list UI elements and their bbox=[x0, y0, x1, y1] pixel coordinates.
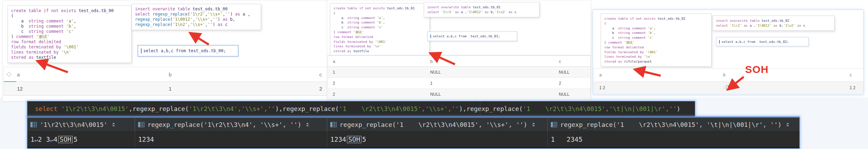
column-grid-icon bbox=[330, 122, 337, 127]
cell-c[interactable]: NULL bbox=[559, 92, 570, 97]
text-cursor bbox=[719, 40, 720, 44]
select-query-text: select a,b,c from test_ods.tb_00; bbox=[143, 48, 226, 54]
sort-arrows-icon[interactable] bbox=[112, 123, 115, 127]
grid-column-header[interactable]: regexp_replace('1 \r2\t\3\n4\0015', '\t|… bbox=[547, 118, 799, 131]
cell-a[interactable]: 1 2 bbox=[599, 85, 605, 90]
insert-sql-tb00[interactable]: insert overwrite table test_ods.tb_00sel… bbox=[132, 4, 261, 30]
column-header-text: regexp_replace('1 \r2\t\3\n4\0015', '\\s… bbox=[340, 121, 527, 128]
result-table-header: a b c bbox=[328, 56, 590, 67]
grid-footer-strip bbox=[27, 147, 799, 148]
select-query-tb02[interactable]: select a,b,c from test_ods.tb_02; bbox=[716, 37, 809, 46]
result-table-header: a b c bbox=[594, 68, 863, 82]
cell-value: 12345 bbox=[551, 136, 582, 143]
text-cursor bbox=[430, 35, 431, 38]
grid-data-row: 1↵23↵4SOH5 1234 1234SOH5 12345 bbox=[27, 132, 799, 147]
result-table-tb01: a b c 1 NULL NULL 2 1 2 2 NULL NULL bbox=[328, 55, 591, 100]
column-grid-icon bbox=[30, 122, 37, 127]
result-table-header: a b c bbox=[4, 67, 358, 82]
soh-annotation-label: SOH bbox=[745, 64, 769, 75]
cell-value: 1↵23↵4SOH5 bbox=[30, 136, 78, 143]
grid-cell[interactable]: 1↵23↵4SOH5 bbox=[27, 132, 135, 147]
table-row[interactable]: 1 NULL NULL bbox=[328, 67, 590, 78]
cell-b[interactable]: 1 bbox=[169, 86, 171, 92]
table-row[interactable]: 2 1 2 bbox=[328, 78, 590, 89]
column-header-b[interactable]: b bbox=[169, 72, 171, 77]
grid-column-header[interactable]: regexp_replace('1\r2\t\3\n4', '\\s+', ''… bbox=[135, 118, 327, 131]
cell-b[interactable]: 1 bbox=[430, 81, 433, 86]
column-header-text: regexp_replace('1\r2\t\3\n4', '\\s+', ''… bbox=[147, 121, 301, 128]
column-header-a[interactable]: a bbox=[599, 73, 602, 77]
column-header-c[interactable]: c bbox=[850, 73, 852, 77]
column-header-c[interactable]: c bbox=[559, 58, 561, 64]
column-header-b[interactable]: b bbox=[723, 73, 725, 77]
select-query-text: select a,b,c from test_ods.tb_01; bbox=[433, 34, 500, 39]
cell-a[interactable]: 12 bbox=[17, 86, 23, 92]
sql-editor-text: select '1\r2\t\3\n4\0015',regexp_replace… bbox=[35, 101, 680, 116]
query-card-tb00: create table if not exists test_ods.tb_0… bbox=[2, 1, 359, 101]
cell-c[interactable]: 2 bbox=[559, 81, 561, 86]
create-table-sql-tb00[interactable]: create table if not exists test_ods.tb_0… bbox=[8, 6, 132, 63]
grid-header-row: '1\r2\t\3\n4\0015' regexp_replace('1\r2\… bbox=[27, 118, 799, 132]
grid-column-header[interactable]: regexp_replace('1 \r2\t\3\n4\0015', '\\s… bbox=[327, 118, 547, 131]
sort-arrows-icon[interactable] bbox=[532, 123, 535, 127]
cell-c[interactable]: 1 2 bbox=[850, 85, 856, 90]
column-header-a[interactable]: a bbox=[333, 58, 335, 64]
grid-cell[interactable]: 1234SOH5 bbox=[327, 132, 547, 147]
column-grid-icon bbox=[551, 122, 557, 127]
column-grid-icon bbox=[138, 122, 144, 127]
column-header-a[interactable]: a bbox=[17, 72, 20, 77]
editor-guide-line bbox=[480, 101, 480, 117]
sql-editor-line[interactable]: select '1\r2\t\3\n4\0015',regexp_replace… bbox=[27, 101, 695, 117]
result-table-tb00: a b c 12 1 2 bbox=[3, 67, 359, 96]
table-row[interactable]: 2 NULL NULL bbox=[328, 89, 590, 100]
grid-column-header[interactable]: '1\r2\t\3\n4\0015' bbox=[27, 118, 135, 131]
insert-sql-tb01[interactable]: insert overwrite table test_ods.tb_01sel… bbox=[424, 2, 539, 17]
cell-c[interactable]: 2 bbox=[319, 86, 322, 92]
cell-b-with-soh-char[interactable]: 12 bbox=[723, 85, 731, 90]
create-table-sql-tb02[interactable]: create table if not exists test_ods.tb_0… bbox=[601, 13, 712, 67]
cell-a[interactable]: 2 bbox=[333, 81, 335, 86]
grid-cell[interactable]: 12345 bbox=[547, 132, 799, 147]
select-query-tb00[interactable]: select a,b,c from test_ods.tb_00; bbox=[138, 45, 238, 56]
cell-a[interactable]: 1 bbox=[333, 70, 335, 75]
sort-arrows-icon[interactable] bbox=[306, 123, 309, 127]
query-card-tb02: create table if not exists test_ods.tb_0… bbox=[593, 10, 863, 95]
column-header-c[interactable]: c bbox=[319, 72, 322, 77]
sort-icon[interactable] bbox=[7, 72, 11, 77]
grid-cell[interactable]: 1234 bbox=[135, 132, 327, 147]
column-header-text: regexp_replace('1 \r2\t\3\n4\0015', '\t|… bbox=[560, 121, 781, 128]
table-row[interactable]: 12 1 2 bbox=[4, 82, 358, 95]
sort-arrows-icon[interactable] bbox=[786, 123, 789, 127]
text-cursor bbox=[141, 48, 142, 53]
cell-b[interactable]: NULL bbox=[430, 92, 441, 97]
create-table-sql-tb01[interactable]: create table if not exists test_ods.tb_0… bbox=[330, 3, 430, 56]
cell-b[interactable]: NULL bbox=[430, 70, 441, 75]
cell-value: 1234SOH5 bbox=[330, 136, 366, 143]
page: create table if not exists test_ods.tb_0… bbox=[0, 0, 868, 149]
cell-value: 1234 bbox=[138, 136, 154, 143]
table-row[interactable]: 1 2 12 1 2 bbox=[594, 82, 863, 94]
console-result-grid: '1\r2\t\3\n4\0015' regexp_replace('1\r2\… bbox=[27, 117, 800, 149]
cell-a[interactable]: 2 bbox=[333, 92, 335, 97]
column-header-b[interactable]: b bbox=[430, 58, 433, 64]
result-table-tb02: a b c 1 2 12 1 2 bbox=[593, 68, 863, 94]
column-header-text: '1\r2\t\3\n4\0015' bbox=[40, 121, 107, 128]
select-query-text: select a,b,c from test_ods.tb_02; bbox=[722, 39, 789, 44]
cell-c[interactable]: NULL bbox=[559, 70, 570, 75]
insert-sql-tb02[interactable]: insert overwrite table test_ods.tb_02sel… bbox=[713, 16, 834, 31]
select-query-tb01[interactable]: select a,b,c from test_ods.tb_01; bbox=[427, 31, 517, 41]
query-card-tb01: create table if not exists test_ods.tb_0… bbox=[327, 0, 591, 101]
